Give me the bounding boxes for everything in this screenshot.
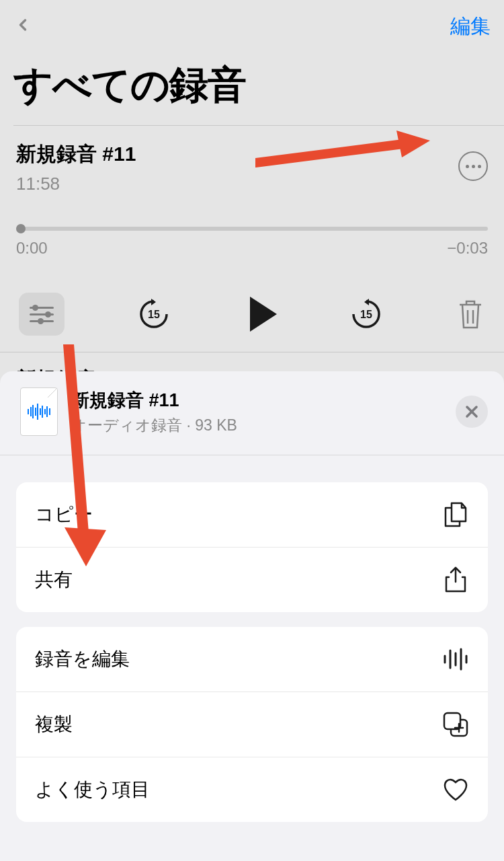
menu-label: 共有	[35, 567, 73, 593]
close-icon	[464, 404, 479, 419]
skip-forward-15-button[interactable]: 15	[349, 297, 383, 331]
sheet-subtitle: オーディオ録音 · 93 KB	[71, 415, 456, 436]
trash-icon	[456, 298, 485, 330]
share-menu-item[interactable]: 共有	[16, 548, 488, 612]
duplicate-menu-item[interactable]: 複製	[16, 692, 488, 757]
action-sheet: 新規録音 #11 オーディオ録音 · 93 KB コピー 共有	[0, 371, 504, 861]
skip-forward-icon: 15	[349, 297, 383, 331]
recording-item: 新規録音 #11 11:58 0:00 −0:03 15	[0, 126, 504, 352]
recording-title: 新規録音 #11	[16, 141, 458, 168]
skip-back-icon: 15	[137, 297, 171, 331]
menu-label: よく使う項目	[35, 777, 150, 802]
elapsed-time: 0:00	[16, 239, 48, 258]
menu-label: 録音を編集	[35, 646, 130, 672]
close-button[interactable]	[456, 396, 488, 428]
ellipsis-icon	[466, 165, 481, 168]
audio-file-icon	[20, 387, 58, 436]
menu-group: コピー 共有	[16, 482, 488, 612]
svg-rect-13	[444, 713, 460, 729]
back-button[interactable]	[13, 15, 32, 37]
edit-recording-menu-item[interactable]: 録音を編集	[16, 627, 488, 692]
playback-controls: 15 15	[16, 293, 488, 336]
sliders-icon	[30, 307, 54, 309]
chevron-left-icon	[13, 15, 32, 34]
skip-back-15-button[interactable]: 15	[137, 297, 171, 331]
progress-knob[interactable]	[16, 224, 26, 233]
duplicate-icon	[442, 711, 469, 738]
copy-icon	[442, 501, 469, 528]
menu-label: 複製	[35, 712, 73, 737]
svg-marker-0	[151, 299, 156, 305]
sheet-header: 新規録音 #11 オーディオ録音 · 93 KB	[0, 371, 504, 455]
delete-button[interactable]	[456, 298, 485, 330]
waveform-icon	[442, 646, 469, 673]
playback-settings-button[interactable]	[19, 293, 65, 336]
more-options-button[interactable]	[458, 151, 488, 181]
copy-menu-item[interactable]: コピー	[16, 482, 488, 548]
menu-label: コピー	[35, 502, 93, 527]
svg-text:15: 15	[148, 309, 160, 320]
remaining-time: −0:03	[447, 239, 488, 258]
progress-bar[interactable]: 0:00 −0:03	[16, 227, 488, 258]
play-button[interactable]	[250, 297, 277, 332]
svg-text:15: 15	[360, 309, 372, 320]
page-title: すべての録音	[0, 40, 504, 125]
svg-marker-2	[364, 299, 369, 305]
sheet-title: 新規録音 #11	[71, 388, 456, 412]
edit-button[interactable]: 編集	[450, 13, 491, 40]
menu-group: 録音を編集 複製	[16, 627, 488, 822]
favorites-menu-item[interactable]: よく使う項目	[16, 757, 488, 822]
share-icon	[442, 566, 469, 593]
nav-bar: 編集	[0, 0, 504, 40]
recording-time: 11:58	[16, 174, 458, 194]
heart-icon	[442, 776, 469, 803]
